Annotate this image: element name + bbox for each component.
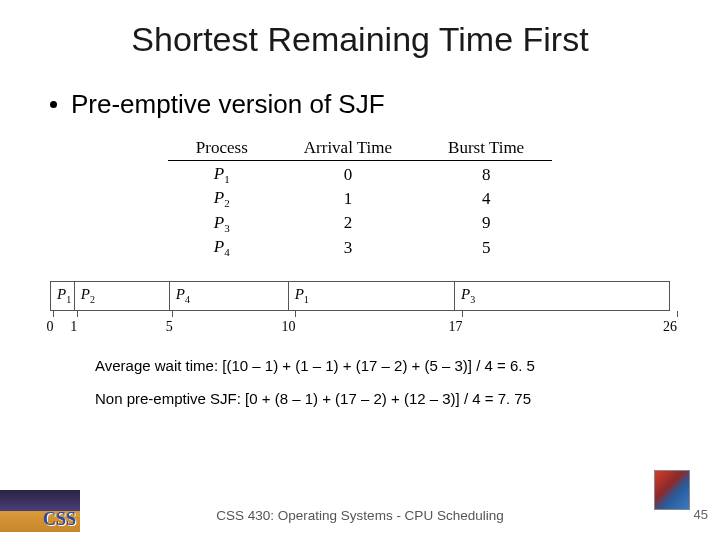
col-process: Process — [168, 138, 276, 161]
page-title: Shortest Remaining Time First — [0, 0, 720, 59]
col-arrival: Arrival Time — [276, 138, 420, 161]
table-row: P214 — [168, 185, 552, 209]
table-row: P329 — [168, 210, 552, 234]
gantt-tick: 0 — [50, 311, 57, 333]
avg-wait-line: Average wait time: [(10 – 1) + (1 – 1) +… — [95, 357, 720, 374]
footer-text: CSS 430: Operating Systems - CPU Schedul… — [0, 492, 720, 523]
page-number: 45 — [694, 507, 708, 522]
gantt-segment: P2 — [75, 282, 170, 310]
gantt-segment: P3 — [455, 282, 669, 310]
calculations: Average wait time: [(10 – 1) + (1 – 1) +… — [0, 335, 720, 407]
gantt-segment: P1 — [51, 282, 75, 310]
bullet-text: Pre-emptive version of SJF — [71, 89, 385, 120]
gantt-segment: P4 — [170, 282, 289, 310]
non-preemptive-line: Non pre-emptive SJF: [0 + (8 – 1) + (17 … — [95, 390, 720, 407]
table-row: P435 — [168, 234, 552, 258]
gantt-tick: 26 — [670, 311, 684, 333]
col-burst: Burst Time — [420, 138, 552, 161]
bullet-item: Pre-emptive version of SJF — [0, 59, 720, 120]
process-table: Process Arrival Time Burst Time P108P214… — [168, 138, 552, 259]
logo-text: CSS — [43, 509, 76, 530]
book-cover-icon — [654, 470, 690, 510]
gantt-segment: P1 — [289, 282, 455, 310]
gantt-tick: 1 — [74, 311, 81, 333]
footer: CSS CSS 430: Operating Systems - CPU Sch… — [0, 492, 720, 532]
uwb-logo: CSS — [0, 490, 80, 532]
bullet-icon — [50, 101, 57, 108]
gantt-tick: 10 — [288, 311, 302, 333]
gantt-tick: 17 — [455, 311, 469, 333]
table-row: P108 — [168, 161, 552, 186]
gantt-tick: 5 — [169, 311, 176, 333]
gantt-chart: P1P2P4P1P3 015101726 © CourseSma — [50, 281, 670, 335]
